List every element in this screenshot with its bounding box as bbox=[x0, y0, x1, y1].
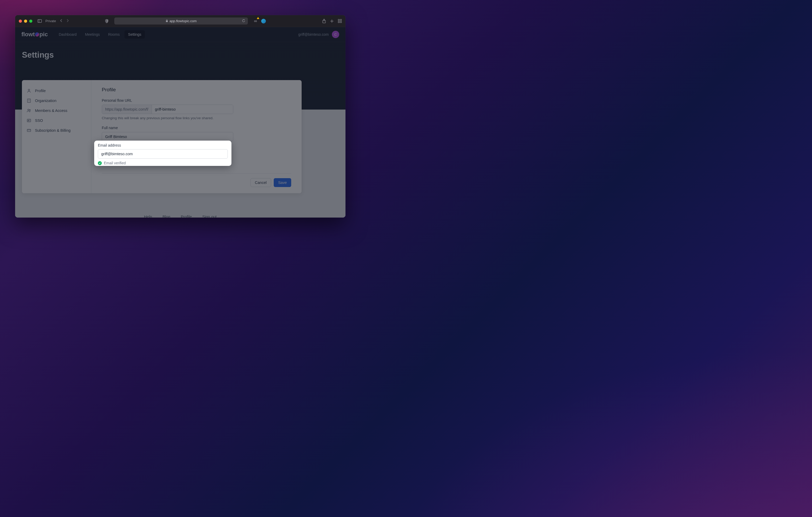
full-name-label: Full name bbox=[102, 126, 291, 130]
logo-dot-icon bbox=[35, 32, 39, 36]
field-flow-url: Personal flow URL https://app.flowtopic.… bbox=[102, 98, 291, 120]
building-icon bbox=[27, 98, 31, 103]
sidebar-label: Subscription & Billing bbox=[35, 128, 70, 132]
settings-main: Profile Personal flow URL https://app.fl… bbox=[91, 80, 301, 193]
tracker-icon[interactable]: ∞ bbox=[254, 19, 257, 24]
warning-badge-icon bbox=[257, 17, 259, 19]
sidebar-item-sso[interactable]: SSO bbox=[22, 116, 91, 125]
svg-point-10 bbox=[28, 89, 30, 91]
user-icon bbox=[27, 88, 31, 93]
flow-url-input-group: https://app.flowtopic.com/f/ bbox=[102, 104, 233, 114]
nav-meetings[interactable]: Meetings bbox=[81, 30, 104, 39]
footer-help[interactable]: Help bbox=[144, 214, 152, 217]
privacy-shield-icon[interactable] bbox=[105, 19, 109, 23]
cancel-button[interactable]: Cancel bbox=[251, 178, 271, 187]
sidebar-label: Profile bbox=[35, 89, 46, 93]
flow-url-label: Personal flow URL bbox=[102, 98, 291, 102]
email-input[interactable] bbox=[98, 149, 228, 159]
traffic-lights bbox=[19, 20, 32, 23]
footer-blog[interactable]: Blog bbox=[163, 214, 170, 217]
svg-point-21 bbox=[28, 120, 29, 121]
email-verified-row: Email verified bbox=[98, 161, 228, 165]
users-icon bbox=[27, 108, 31, 113]
credit-card-icon bbox=[27, 128, 31, 133]
app-logo[interactable]: flowtpic bbox=[21, 31, 48, 38]
check-circle-icon bbox=[98, 161, 102, 165]
svg-rect-8 bbox=[338, 21, 340, 23]
settings-sidebar: Profile Organization Members & Access SS… bbox=[22, 80, 91, 193]
svg-rect-9 bbox=[340, 21, 342, 23]
minimize-window-button[interactable] bbox=[24, 20, 27, 23]
user-email[interactable]: griff@bimteso.com bbox=[298, 32, 329, 36]
section-heading: Profile bbox=[102, 87, 291, 93]
sidebar-item-members[interactable]: Members & Access bbox=[22, 105, 91, 116]
svg-rect-11 bbox=[27, 99, 31, 102]
flow-url-input[interactable] bbox=[152, 105, 233, 114]
full-name-input[interactable] bbox=[102, 132, 233, 141]
page-title: Settings bbox=[15, 42, 345, 60]
nav-items: Dashboard Meetings Rooms Settings bbox=[55, 30, 145, 39]
nav-rooms[interactable]: Rooms bbox=[105, 30, 123, 39]
flow-url-helper: Changing this will break any previous pe… bbox=[102, 116, 291, 120]
page: flowtpic Dashboard Meetings Rooms Settin… bbox=[15, 27, 345, 217]
nav-dashboard[interactable]: Dashboard bbox=[55, 30, 80, 39]
reload-button[interactable] bbox=[242, 19, 245, 23]
svg-rect-0 bbox=[38, 20, 42, 23]
svg-rect-6 bbox=[338, 19, 340, 21]
app-nav: flowtpic Dashboard Meetings Rooms Settin… bbox=[15, 27, 345, 42]
svg-rect-2 bbox=[166, 21, 168, 22]
avatar[interactable]: C bbox=[332, 31, 339, 38]
sidebar-label: Organization bbox=[35, 99, 56, 103]
sidebar-item-billing[interactable]: Subscription & Billing bbox=[22, 125, 91, 135]
email-highlight: Email address Email verified bbox=[94, 141, 231, 166]
id-badge-icon bbox=[27, 118, 31, 123]
email-verified-text: Email verified bbox=[104, 161, 126, 165]
footer-signout[interactable]: Sign out bbox=[202, 214, 216, 217]
logo-text-pre: flowt bbox=[21, 31, 35, 38]
email-label: Email address bbox=[98, 143, 228, 147]
svg-point-19 bbox=[29, 110, 31, 111]
close-window-button[interactable] bbox=[19, 20, 22, 23]
url-text: app.flowtopic.com bbox=[170, 19, 197, 23]
svg-rect-7 bbox=[340, 19, 342, 21]
maximize-window-button[interactable] bbox=[29, 20, 32, 23]
save-button[interactable]: Save bbox=[274, 178, 291, 187]
svg-rect-20 bbox=[27, 119, 31, 122]
svg-point-18 bbox=[28, 109, 29, 110]
url-bar[interactable]: app.flowtopic.com bbox=[114, 18, 248, 25]
footer-links: Help Blog Profile Sign out bbox=[15, 214, 345, 217]
back-button[interactable] bbox=[60, 19, 63, 24]
new-tab-icon[interactable] bbox=[330, 19, 334, 23]
settings-card: Profile Organization Members & Access SS… bbox=[22, 80, 301, 193]
sidebar-label: Members & Access bbox=[35, 109, 67, 113]
browser-window: Private app.flowtopic.com bbox=[15, 15, 345, 217]
sidebar-label: SSO bbox=[35, 118, 43, 123]
lock-icon bbox=[166, 19, 168, 23]
private-badge: Private bbox=[46, 19, 56, 23]
browser-chrome: Private app.flowtopic.com bbox=[15, 15, 345, 27]
flow-url-prefix: https://app.flowtopic.com/f/ bbox=[102, 105, 152, 114]
forward-button[interactable] bbox=[66, 19, 69, 24]
sidebar-toggle-icon[interactable] bbox=[37, 19, 42, 23]
footer-profile[interactable]: Profile bbox=[181, 214, 192, 217]
sidebar-item-organization[interactable]: Organization bbox=[22, 96, 91, 105]
extension-icon[interactable] bbox=[261, 19, 266, 24]
nav-settings[interactable]: Settings bbox=[124, 30, 145, 39]
sidebar-item-profile[interactable]: Profile bbox=[22, 86, 91, 96]
form-actions: Cancel Save bbox=[102, 178, 291, 187]
field-full-name: Full name bbox=[102, 126, 291, 141]
logo-text-post: pic bbox=[39, 31, 48, 38]
share-icon[interactable] bbox=[322, 19, 326, 23]
tab-overview-icon[interactable] bbox=[338, 19, 342, 23]
divider bbox=[102, 173, 291, 174]
svg-rect-24 bbox=[27, 129, 31, 132]
